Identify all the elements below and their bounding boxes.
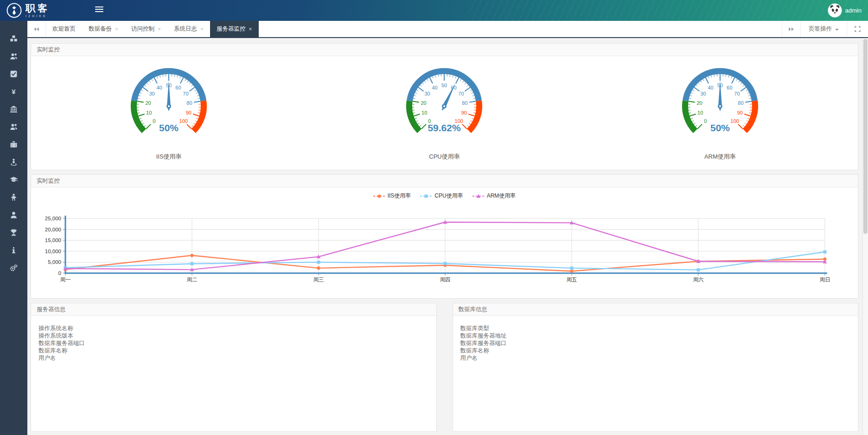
vertical-scrollbar[interactable] xyxy=(862,38,868,435)
panel-title: 实时监控 xyxy=(31,44,858,56)
sidebar-item-2[interactable] xyxy=(0,65,27,83)
legend-item-2[interactable]: ARM使用率 xyxy=(472,192,516,200)
tabs-scroll-right-button[interactable] xyxy=(782,21,800,37)
tab-1[interactable]: 数据备份× xyxy=(82,21,125,37)
svg-text:80: 80 xyxy=(462,100,468,106)
svg-text:20: 20 xyxy=(146,100,151,106)
panel-title: 数据库信息 xyxy=(453,303,858,316)
sidebar-item-1[interactable] xyxy=(0,47,27,65)
legend-label: ARM使用率 xyxy=(487,192,516,200)
tab-label: 数据备份 xyxy=(89,25,112,33)
sidebar-item-0[interactable] xyxy=(0,30,27,47)
sidebar-item-4[interactable] xyxy=(0,100,27,118)
tab-4[interactable]: 服务器监控× xyxy=(210,21,259,37)
svg-text:90: 90 xyxy=(461,110,467,115)
cubes-icon xyxy=(10,35,18,43)
svg-text:100: 100 xyxy=(179,118,188,124)
line-chart: 05,00010,00015,00020,00025,000周一周二周三周四周五… xyxy=(31,211,857,287)
tab-operations-dropdown[interactable]: 页签操作 xyxy=(800,21,847,37)
gauge-title: CPU使用率 xyxy=(306,153,582,161)
svg-text:20,000: 20,000 xyxy=(45,227,61,232)
user-icon xyxy=(10,211,18,219)
panel-realtime-gauges: 实时监控 010203040506070809010050%IIS使用率0102… xyxy=(31,43,858,170)
svg-text:周二: 周二 xyxy=(187,277,198,282)
app-logo[interactable]: 职客 IZHIKE xyxy=(6,0,50,21)
bank-icon xyxy=(10,105,18,113)
sidebar-item-6[interactable] xyxy=(0,135,27,153)
user-menu[interactable]: admin xyxy=(828,0,862,21)
sidebar-item-5[interactable] xyxy=(0,118,27,135)
svg-text:90: 90 xyxy=(737,110,742,115)
svg-text:5,000: 5,000 xyxy=(48,259,61,265)
gauge-title: IIS使用率 xyxy=(31,153,306,161)
tab-operations-label: 页签操作 xyxy=(809,25,832,33)
tab-close-icon[interactable]: × xyxy=(249,26,252,32)
info-row: 用户名 xyxy=(38,354,429,362)
users-icon xyxy=(10,52,18,60)
info-icon xyxy=(10,246,18,254)
svg-text:周四: 周四 xyxy=(440,277,451,282)
tab-0[interactable]: 欢迎首页 xyxy=(46,21,82,37)
fullscreen-button[interactable] xyxy=(847,21,868,37)
tab-close-icon[interactable]: × xyxy=(115,26,118,32)
tab-3[interactable]: 系统日志× xyxy=(167,21,210,37)
panel-database-info: 数据库信息 数据库类型数据库服务器地址数据库服务器端口数据库名称用户名 xyxy=(453,303,859,432)
tabs-scroll-left-button[interactable] xyxy=(27,21,46,37)
info-row: 数据库名称 xyxy=(38,347,429,354)
svg-text:70: 70 xyxy=(459,91,464,96)
svg-text:50%: 50% xyxy=(159,122,179,133)
sidebar-item-11[interactable] xyxy=(0,224,27,241)
sidebar-item-10[interactable] xyxy=(0,206,27,224)
sidebar-item-3[interactable]: ¥ xyxy=(0,83,27,100)
cny-icon: ¥ xyxy=(10,88,18,96)
svg-text:10: 10 xyxy=(422,110,428,115)
users-icon xyxy=(10,123,18,131)
svg-text:50%: 50% xyxy=(710,122,730,133)
svg-text:80: 80 xyxy=(186,100,192,106)
sidebar-item-8[interactable] xyxy=(0,171,27,188)
legend-marker-icon xyxy=(373,194,385,198)
sidebar-item-13[interactable] xyxy=(0,259,27,276)
logo-tie-icon xyxy=(6,3,22,18)
street-view-icon xyxy=(10,158,18,166)
cogs-icon xyxy=(10,264,18,272)
left-sidebar: ¥ xyxy=(0,21,27,435)
svg-text:90: 90 xyxy=(186,110,191,115)
gauge-title: ARM使用率 xyxy=(582,153,858,161)
legend-item-0[interactable]: IIS使用率 xyxy=(373,192,411,200)
line-chart-container: 05,00010,00015,00020,00025,000周一周二周三周四周五… xyxy=(31,200,858,289)
tab-close-icon[interactable]: × xyxy=(200,26,204,32)
menu-toggle-icon[interactable] xyxy=(95,6,103,13)
svg-text:0: 0 xyxy=(153,118,155,124)
svg-text:40: 40 xyxy=(157,85,162,90)
sidebar-item-9[interactable] xyxy=(0,188,27,206)
gauge-0: 010203040506070809010050% xyxy=(111,66,227,137)
chart-legend: IIS使用率CPU使用率ARM使用率 xyxy=(31,187,858,200)
svg-text:10,000: 10,000 xyxy=(45,249,61,254)
svg-text:周一: 周一 xyxy=(60,277,71,282)
svg-text:¥: ¥ xyxy=(12,88,16,95)
legend-item-1[interactable]: CPU使用率 xyxy=(420,192,463,200)
tab-close-icon[interactable]: × xyxy=(158,26,161,32)
gauge-1: 010203040506070809010059.62% xyxy=(386,66,502,137)
svg-text:100: 100 xyxy=(730,118,739,124)
tab-2[interactable]: 访问控制× xyxy=(125,21,167,37)
gauge-2: 010203040506070809010050% xyxy=(662,66,778,137)
info-row: 数据库类型 xyxy=(460,325,851,332)
top-navbar: 职客 IZHIKE admin xyxy=(0,0,868,21)
svg-text:0: 0 xyxy=(58,270,61,276)
chevrons-left-icon xyxy=(34,27,36,31)
gauge-block-1: 010203040506070809010059.62%CPU使用率 xyxy=(306,66,582,161)
svg-text:40: 40 xyxy=(432,85,438,90)
sidebar-item-7[interactable] xyxy=(0,153,27,171)
tab-label: 访问控制 xyxy=(131,25,154,33)
database-info-list: 数据库类型数据库服务器地址数据库服务器端口数据库名称用户名 xyxy=(453,316,858,371)
sidebar-item-12[interactable] xyxy=(0,241,27,259)
svg-text:30: 30 xyxy=(149,91,155,96)
svg-text:40: 40 xyxy=(708,85,713,90)
svg-text:25,000: 25,000 xyxy=(45,216,61,221)
svg-text:80: 80 xyxy=(738,100,743,106)
svg-text:周六: 周六 xyxy=(693,277,704,282)
scrollbar-thumb[interactable] xyxy=(863,39,868,234)
svg-text:60: 60 xyxy=(727,85,732,90)
